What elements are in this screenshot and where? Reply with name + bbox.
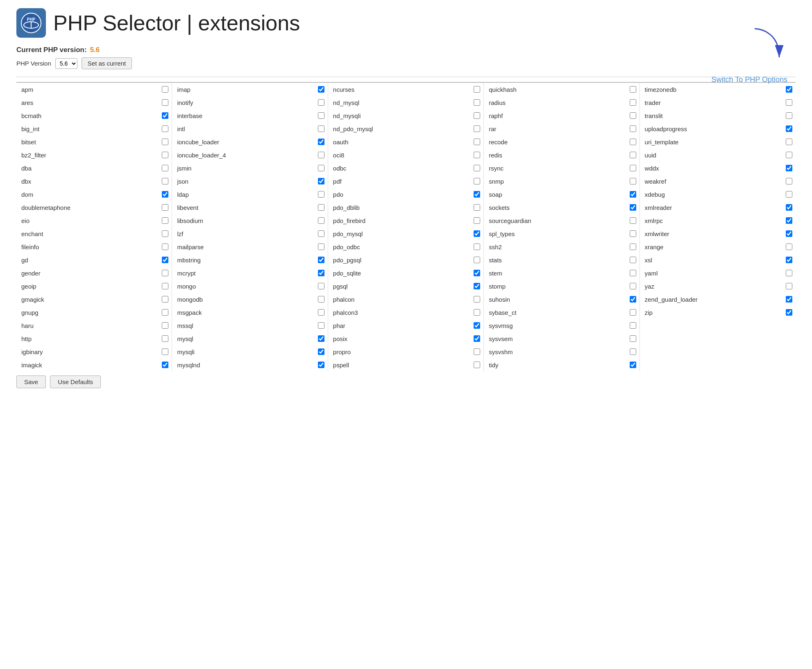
extension-checkbox[interactable]	[474, 99, 480, 106]
extension-checkbox[interactable]	[630, 230, 636, 237]
extension-checkbox[interactable]	[474, 257, 480, 263]
extension-checkbox[interactable]	[162, 204, 168, 211]
extension-checkbox[interactable]	[474, 322, 480, 329]
extension-checkbox[interactable]	[786, 204, 792, 211]
extension-checkbox[interactable]	[474, 86, 480, 93]
extension-checkbox[interactable]	[786, 152, 792, 158]
extension-checkbox[interactable]	[318, 204, 324, 211]
extension-checkbox[interactable]	[162, 296, 168, 303]
version-select[interactable]: 5.67.07.17.27.37.48.08.1	[55, 58, 77, 69]
extension-checkbox[interactable]	[162, 112, 168, 119]
extension-checkbox[interactable]	[786, 296, 792, 303]
extension-checkbox[interactable]	[786, 309, 792, 316]
extension-checkbox[interactable]	[162, 335, 168, 342]
extension-checkbox[interactable]	[162, 99, 168, 106]
extension-checkbox[interactable]	[162, 309, 168, 316]
extension-checkbox[interactable]	[162, 139, 168, 145]
extension-checkbox[interactable]	[630, 243, 636, 250]
extension-checkbox[interactable]	[630, 322, 636, 329]
extension-checkbox[interactable]	[318, 86, 324, 93]
extension-checkbox[interactable]	[318, 165, 324, 171]
extension-checkbox[interactable]	[786, 99, 792, 106]
extension-checkbox[interactable]	[630, 283, 636, 289]
extension-checkbox[interactable]	[474, 243, 480, 250]
extension-checkbox[interactable]	[474, 335, 480, 342]
extension-checkbox[interactable]	[630, 309, 636, 316]
extension-checkbox[interactable]	[786, 86, 792, 93]
extension-checkbox[interactable]	[162, 283, 168, 289]
extension-checkbox[interactable]	[318, 348, 324, 355]
extension-checkbox[interactable]	[630, 152, 636, 158]
extension-checkbox[interactable]	[318, 139, 324, 145]
extension-checkbox[interactable]	[474, 112, 480, 119]
extension-checkbox[interactable]	[786, 165, 792, 171]
extension-checkbox[interactable]	[786, 270, 792, 276]
extension-checkbox[interactable]	[630, 348, 636, 355]
extension-checkbox[interactable]	[474, 296, 480, 303]
extension-checkbox[interactable]	[630, 99, 636, 106]
extension-checkbox[interactable]	[318, 152, 324, 158]
extension-checkbox[interactable]	[162, 270, 168, 276]
extension-checkbox[interactable]	[786, 257, 792, 263]
extension-checkbox[interactable]	[162, 165, 168, 171]
extension-checkbox[interactable]	[786, 191, 792, 198]
extension-checkbox[interactable]	[162, 152, 168, 158]
extension-checkbox[interactable]	[786, 112, 792, 119]
extension-checkbox[interactable]	[162, 125, 168, 132]
extension-checkbox[interactable]	[786, 125, 792, 132]
extension-checkbox[interactable]	[318, 217, 324, 224]
extension-checkbox[interactable]	[630, 270, 636, 276]
extension-checkbox[interactable]	[474, 270, 480, 276]
extension-checkbox[interactable]	[474, 191, 480, 198]
extension-checkbox[interactable]	[318, 125, 324, 132]
extension-checkbox[interactable]	[162, 86, 168, 93]
extension-checkbox[interactable]	[474, 309, 480, 316]
extension-checkbox[interactable]	[630, 139, 636, 145]
extension-checkbox[interactable]	[474, 217, 480, 224]
extension-checkbox[interactable]	[630, 217, 636, 224]
extension-checkbox[interactable]	[474, 348, 480, 355]
extension-checkbox[interactable]	[786, 217, 792, 224]
extension-checkbox[interactable]	[318, 296, 324, 303]
extension-checkbox[interactable]	[474, 125, 480, 132]
extension-checkbox[interactable]	[630, 125, 636, 132]
extension-checkbox[interactable]	[318, 243, 324, 250]
extension-checkbox[interactable]	[162, 348, 168, 355]
extension-checkbox[interactable]	[630, 296, 636, 303]
extension-checkbox[interactable]	[318, 112, 324, 119]
extension-checkbox[interactable]	[630, 362, 636, 368]
extension-checkbox[interactable]	[630, 178, 636, 184]
extension-checkbox[interactable]	[162, 362, 168, 368]
extension-checkbox[interactable]	[474, 362, 480, 368]
extension-checkbox[interactable]	[474, 283, 480, 289]
extension-checkbox[interactable]	[630, 257, 636, 263]
extension-checkbox[interactable]	[162, 217, 168, 224]
extension-checkbox[interactable]	[318, 191, 324, 198]
extension-checkbox[interactable]	[318, 270, 324, 276]
extension-checkbox[interactable]	[630, 86, 636, 93]
extension-checkbox[interactable]	[162, 322, 168, 329]
extension-checkbox[interactable]	[474, 230, 480, 237]
extension-checkbox[interactable]	[162, 257, 168, 263]
set-as-current-button[interactable]: Set as current	[82, 57, 132, 69]
extension-checkbox[interactable]	[630, 204, 636, 211]
extension-checkbox[interactable]	[318, 178, 324, 184]
extension-checkbox[interactable]	[318, 362, 324, 368]
extension-checkbox[interactable]	[474, 165, 480, 171]
extension-checkbox[interactable]	[786, 283, 792, 289]
extension-checkbox[interactable]	[630, 335, 636, 342]
extension-checkbox[interactable]	[474, 178, 480, 184]
extension-checkbox[interactable]	[162, 243, 168, 250]
extension-checkbox[interactable]	[786, 178, 792, 184]
extension-checkbox[interactable]	[318, 283, 324, 289]
extension-checkbox[interactable]	[318, 335, 324, 342]
extension-checkbox[interactable]	[474, 152, 480, 158]
extension-checkbox[interactable]	[474, 139, 480, 145]
extension-checkbox[interactable]	[630, 112, 636, 119]
use-defaults-button[interactable]: Use Defaults	[50, 375, 101, 388]
extension-checkbox[interactable]	[162, 191, 168, 198]
extension-checkbox[interactable]	[474, 204, 480, 211]
extension-checkbox[interactable]	[786, 230, 792, 237]
extension-checkbox[interactable]	[318, 99, 324, 106]
switch-to-php-options-link[interactable]: Switch To PHP Options	[712, 75, 787, 84]
